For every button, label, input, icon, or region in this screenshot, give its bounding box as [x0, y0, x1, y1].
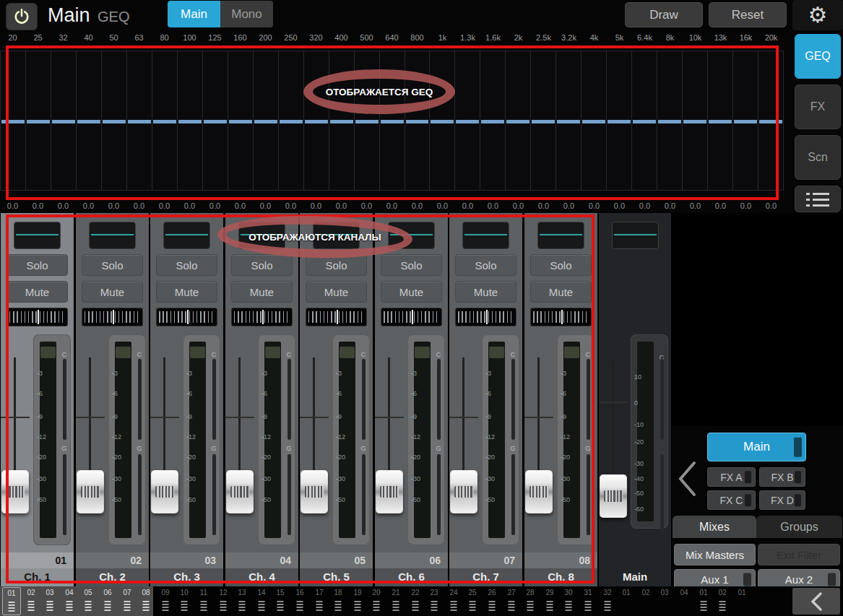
- overview-channel-03[interactable]: 03: [40, 587, 59, 615]
- fx-a-button[interactable]: FX A: [707, 467, 756, 487]
- overview-channel-14[interactable]: 14: [252, 587, 271, 615]
- sidebar-scene-list-button[interactable]: [795, 186, 841, 212]
- overview-channel-07[interactable]: 07: [118, 587, 137, 615]
- geq-band-125[interactable]: [202, 51, 228, 191]
- mute-button[interactable]: Mute: [7, 281, 68, 303]
- overview-channel-02[interactable]: 02: [22, 587, 40, 615]
- geq-band-4k[interactable]: [581, 51, 606, 191]
- geq-band-250[interactable]: [278, 51, 303, 191]
- pan-slider[interactable]: [231, 308, 293, 326]
- overview-channel-20[interactable]: 20: [367, 587, 386, 615]
- channel-name[interactable]: Ch. 3: [150, 568, 223, 586]
- overview-channel-22[interactable]: 22: [406, 587, 425, 615]
- mute-button[interactable]: Mute: [82, 281, 143, 303]
- geq-gain-handle[interactable]: [1, 120, 25, 123]
- geq-band-320[interactable]: [303, 51, 329, 191]
- pan-slider[interactable]: [82, 308, 143, 326]
- geq-band-1.3k[interactable]: [454, 51, 480, 191]
- exit-filter-button[interactable]: Exit Filter: [758, 544, 840, 565]
- eq-thumbnail[interactable]: [388, 222, 435, 249]
- channel-name[interactable]: Ch. 2: [76, 568, 149, 586]
- channel-name[interactable]: Ch. 5: [300, 568, 373, 586]
- fader-handle[interactable]: [1, 470, 29, 513]
- fader-handle[interactable]: [151, 470, 178, 513]
- geq-band-640[interactable]: [379, 51, 405, 191]
- geq-band-20k[interactable]: [758, 51, 784, 191]
- eq-thumbnail[interactable]: [14, 222, 61, 249]
- overview-channel-24[interactable]: 24: [444, 587, 463, 615]
- overview-channel-27[interactable]: 27: [502, 587, 521, 615]
- overview-channel-16[interactable]: 16: [290, 587, 309, 615]
- geq-gain-handle[interactable]: [683, 120, 706, 123]
- overview-channel-04[interactable]: 04: [60, 587, 79, 615]
- channel-strip-08[interactable]: SoloMute-3-6-9-12-20-30-50CG08Ch. 8: [524, 213, 597, 586]
- geq-gain-handle[interactable]: [128, 120, 151, 123]
- geq-band-8k[interactable]: [657, 51, 682, 191]
- geq-band-160[interactable]: [228, 51, 253, 191]
- geq-band-100[interactable]: [177, 51, 202, 191]
- solo-button[interactable]: Solo: [231, 254, 293, 276]
- geq-band-16k[interactable]: [732, 51, 758, 191]
- geq-gain-handle[interactable]: [734, 120, 757, 123]
- fx-c-button[interactable]: FX C: [707, 490, 756, 510]
- geq-gain-handle[interactable]: [178, 120, 202, 123]
- channel-strip-06[interactable]: SoloMute-3-6-9-12-20-30-50CG06Ch. 6: [375, 213, 448, 586]
- mute-button[interactable]: Mute: [381, 281, 442, 303]
- channel-strip-01[interactable]: SoloMute-3-6-9-12-20-30-50CG01Ch. 1: [1, 213, 74, 586]
- overview-channel-17[interactable]: 17: [310, 587, 329, 615]
- tab-groups[interactable]: Groups: [756, 516, 842, 538]
- geq-band-6.4k[interactable]: [631, 51, 657, 191]
- overview-channel-03[interactable]: 03: [655, 587, 674, 615]
- sidebar-geq-button[interactable]: GEQ: [795, 34, 841, 79]
- channel-strip-03[interactable]: SoloMute-3-6-9-12-20-30-50CG03Ch. 3: [150, 213, 223, 586]
- geq-band-1k[interactable]: [429, 51, 454, 191]
- mute-button[interactable]: Mute: [530, 281, 592, 303]
- eq-thumbnail[interactable]: [238, 222, 285, 249]
- overview-channel-02[interactable]: 02: [713, 587, 732, 615]
- geq-band-10k[interactable]: [682, 51, 707, 191]
- pan-slider[interactable]: [7, 308, 68, 326]
- geq-gain-handle[interactable]: [27, 120, 50, 123]
- overview-channel-19[interactable]: 19: [348, 587, 367, 615]
- overview-channel-30[interactable]: 30: [559, 587, 578, 615]
- geq-band-50[interactable]: [101, 51, 126, 191]
- geq-gain-handle[interactable]: [280, 120, 303, 123]
- eq-thumbnail[interactable]: [89, 222, 136, 249]
- overview-channel-21[interactable]: 21: [386, 587, 405, 615]
- overview-channel-05[interactable]: 05: [79, 587, 98, 615]
- solo-button[interactable]: Solo: [82, 254, 143, 276]
- pan-slider[interactable]: [530, 308, 592, 326]
- geq-band-13k[interactable]: [707, 51, 732, 191]
- geq-band-800[interactable]: [405, 51, 430, 191]
- geq-gain-handle[interactable]: [481, 120, 504, 123]
- geq-gain-handle[interactable]: [506, 120, 529, 123]
- eq-thumbnail[interactable]: [612, 222, 659, 249]
- solo-button[interactable]: Solo: [306, 254, 367, 276]
- tab-main[interactable]: Main: [168, 1, 220, 27]
- geq-band-3.2k[interactable]: [555, 51, 581, 191]
- overview-channel-29[interactable]: 29: [540, 587, 559, 615]
- geq-gain-handle[interactable]: [153, 120, 176, 123]
- overview-channel-25[interactable]: 25: [463, 587, 482, 615]
- main-strip[interactable]: 100-10-20-30-40-50-60CMain: [599, 213, 671, 586]
- geq-gain-handle[interactable]: [52, 120, 75, 123]
- overview-channel-13[interactable]: 13: [233, 587, 251, 615]
- mix-masters-button[interactable]: Mix Masters: [674, 544, 756, 565]
- overview-channel-31[interactable]: 31: [579, 587, 597, 615]
- mute-button[interactable]: Mute: [231, 281, 293, 303]
- fader-handle[interactable]: [525, 470, 553, 513]
- pan-slider[interactable]: [306, 308, 367, 326]
- solo-button[interactable]: Solo: [455, 254, 516, 276]
- geq-band-400[interactable]: [329, 51, 354, 191]
- geq-gain-handle[interactable]: [456, 120, 479, 123]
- overview-back-button[interactable]: [792, 588, 840, 615]
- geq-gain-handle[interactable]: [305, 120, 328, 123]
- fader-handle[interactable]: [450, 470, 477, 513]
- geq-band-2k[interactable]: [505, 51, 530, 191]
- geq-gain-handle[interactable]: [103, 120, 126, 123]
- settings-button[interactable]: ⚙: [792, 0, 843, 30]
- geq-gain-handle[interactable]: [532, 120, 555, 123]
- overview-channel-10[interactable]: 10: [175, 587, 194, 615]
- overview-channel-18[interactable]: 18: [329, 587, 347, 615]
- channel-strip-07[interactable]: SoloMute-3-6-9-12-20-30-50CG07Ch. 7: [449, 213, 522, 586]
